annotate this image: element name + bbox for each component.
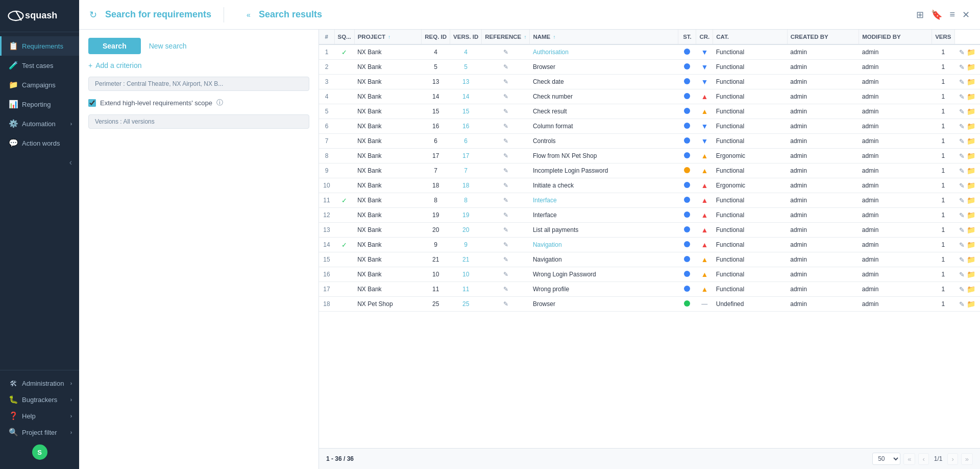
row-edit-icon[interactable]: ✎ — [959, 226, 965, 234]
row-edit-icon[interactable]: ✎ — [959, 241, 965, 249]
row-edit-icon[interactable]: ✎ — [959, 49, 965, 56]
requirement-name-link[interactable]: Authorisation — [533, 49, 569, 56]
row-folder-icon[interactable]: 📁 — [967, 122, 975, 130]
col-name[interactable]: NAME ↑ — [530, 30, 678, 44]
reference-edit-icon[interactable]: ✎ — [503, 256, 508, 263]
cell-reference[interactable]: ✎ — [482, 193, 530, 208]
row-edit-icon[interactable]: ✎ — [959, 197, 965, 204]
cell-reference[interactable]: ✎ — [482, 44, 530, 60]
row-folder-icon[interactable]: 📁 — [967, 226, 975, 234]
sidebar-item-bugtrackers[interactable]: 🐛 Bugtrackers › — [7, 391, 72, 408]
bookmark-icon[interactable]: 🔖 — [931, 9, 942, 20]
row-folder-icon[interactable]: 📁 — [967, 78, 975, 86]
new-search-link[interactable]: New search — [149, 42, 187, 50]
row-folder-icon[interactable]: 📁 — [967, 270, 975, 278]
cell-reference[interactable]: ✎ — [482, 208, 530, 223]
cell-reference[interactable]: ✎ — [482, 297, 530, 312]
row-folder-icon[interactable]: 📁 — [967, 196, 975, 204]
search-button[interactable]: Search — [88, 38, 141, 54]
results-back-icon[interactable]: « — [247, 11, 251, 19]
row-folder-icon[interactable]: 📁 — [967, 300, 975, 308]
reference-edit-icon[interactable]: ✎ — [503, 123, 508, 130]
versions-filter[interactable]: Versions : All versions — [88, 114, 309, 129]
row-edit-icon[interactable]: ✎ — [959, 123, 965, 130]
help-tooltip-icon[interactable]: ⓘ — [216, 98, 223, 107]
cell-reference[interactable]: ✎ — [482, 60, 530, 75]
row-edit-icon[interactable]: ✎ — [959, 152, 965, 160]
cell-reference[interactable]: ✎ — [482, 238, 530, 252]
horizontal-scrollbar[interactable] — [319, 443, 980, 448]
col-req-id[interactable]: REQ. ID — [422, 30, 450, 44]
col-vers[interactable]: VERS — [932, 30, 954, 44]
cell-reference[interactable]: ✎ — [482, 89, 530, 104]
row-folder-icon[interactable]: 📁 — [967, 137, 975, 145]
row-folder-icon[interactable]: 📁 — [967, 63, 975, 71]
cell-reference[interactable]: ✎ — [482, 75, 530, 89]
col-num[interactable]: # — [319, 30, 334, 44]
row-edit-icon[interactable]: ✎ — [959, 300, 965, 308]
grid-view-icon[interactable]: ⊞ — [916, 9, 924, 20]
row-folder-icon[interactable]: 📁 — [967, 211, 975, 219]
sidebar-item-action-words[interactable]: 💬 Action words — [0, 133, 79, 153]
reference-edit-icon[interactable]: ✎ — [503, 197, 508, 204]
row-edit-icon[interactable]: ✎ — [959, 167, 965, 175]
reference-edit-icon[interactable]: ✎ — [503, 271, 508, 278]
row-edit-icon[interactable]: ✎ — [959, 93, 965, 101]
page-size-select[interactable]: 50 25 100 — [872, 453, 900, 465]
sidebar-item-automation[interactable]: ⚙️ Automation › — [0, 114, 79, 133]
cell-reference[interactable]: ✎ — [482, 104, 530, 119]
col-status[interactable]: ST. — [678, 30, 696, 44]
row-edit-icon[interactable]: ✎ — [959, 78, 965, 86]
col-criticality[interactable]: CR. — [696, 30, 713, 44]
row-edit-icon[interactable]: ✎ — [959, 271, 965, 278]
row-folder-icon[interactable]: 📁 — [967, 92, 975, 101]
add-criterion-btn[interactable]: + Add a criterion — [88, 61, 309, 69]
user-avatar[interactable]: S — [32, 444, 47, 460]
col-sq[interactable]: SQ... — [334, 30, 354, 44]
row-folder-icon[interactable]: 📁 — [967, 107, 975, 115]
row-edit-icon[interactable]: ✎ — [959, 108, 965, 115]
cell-reference[interactable]: ✎ — [482, 163, 530, 178]
sidebar-item-administration[interactable]: 🛠 Administration › — [7, 376, 72, 391]
row-edit-icon[interactable]: ✎ — [959, 63, 965, 71]
columns-icon[interactable]: ≡ — [949, 9, 955, 20]
cell-reference[interactable]: ✎ — [482, 134, 530, 149]
first-page-btn[interactable]: « — [903, 453, 915, 465]
logo[interactable]: squash — [0, 0, 79, 32]
cell-reference[interactable]: ✎ — [482, 267, 530, 282]
reference-edit-icon[interactable]: ✎ — [503, 137, 508, 145]
sidebar-item-test-cases[interactable]: 🧪 Test cases — [0, 56, 79, 75]
requirement-name-link[interactable]: Navigation — [533, 241, 562, 248]
perimeter-filter[interactable]: Perimeter : Central Theatre, NX Airport,… — [88, 77, 309, 91]
col-created-by[interactable]: CREATED BY — [787, 30, 859, 44]
row-edit-icon[interactable]: ✎ — [959, 256, 965, 264]
cell-reference[interactable]: ✎ — [482, 252, 530, 267]
prev-page-btn[interactable]: ‹ — [918, 453, 928, 465]
cell-reference[interactable]: ✎ — [482, 178, 530, 193]
reference-edit-icon[interactable]: ✎ — [503, 93, 508, 100]
col-reference[interactable]: REFERENCE ↑ — [482, 30, 530, 44]
last-page-btn[interactable]: » — [961, 453, 973, 465]
reference-edit-icon[interactable]: ✎ — [503, 182, 508, 189]
sidebar-item-project-filter[interactable]: 🔍 Project filter › — [7, 424, 72, 440]
reference-edit-icon[interactable]: ✎ — [503, 49, 508, 56]
col-modified-by[interactable]: MODIFIED BY — [859, 30, 932, 44]
sidebar-item-reporting[interactable]: 📊 Reporting — [0, 95, 79, 114]
row-edit-icon[interactable]: ✎ — [959, 212, 965, 219]
row-folder-icon[interactable]: 📁 — [967, 285, 975, 293]
cell-reference[interactable]: ✎ — [482, 282, 530, 297]
row-folder-icon[interactable]: 📁 — [967, 255, 975, 264]
row-folder-icon[interactable]: 📁 — [967, 167, 975, 175]
sidebar-item-campaigns[interactable]: 📁 Campaigns — [0, 75, 79, 95]
cell-reference[interactable]: ✎ — [482, 119, 530, 134]
row-folder-icon[interactable]: 📁 — [967, 48, 975, 56]
cell-reference[interactable]: ✎ — [482, 149, 530, 163]
col-vers-id[interactable]: VERS. ID — [450, 30, 482, 44]
extend-checkbox[interactable] — [88, 99, 96, 107]
reference-edit-icon[interactable]: ✎ — [503, 300, 508, 308]
back-icon[interactable]: ↻ — [89, 9, 97, 20]
reference-edit-icon[interactable]: ✎ — [503, 241, 508, 248]
reference-edit-icon[interactable]: ✎ — [503, 212, 508, 219]
reference-edit-icon[interactable]: ✎ — [503, 167, 508, 174]
row-folder-icon[interactable]: 📁 — [967, 181, 975, 190]
